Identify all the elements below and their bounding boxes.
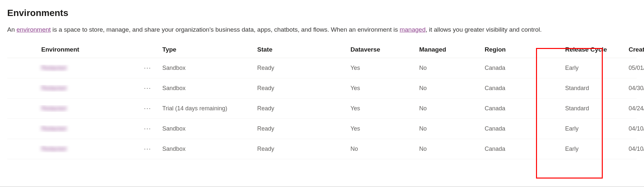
col-header-state[interactable]: State: [257, 46, 350, 53]
cell-managed: No: [419, 65, 485, 71]
bottom-divider: [0, 186, 644, 187]
cell-created-on: 04/10/2024 4:42 PM: [619, 125, 644, 132]
cell-release-cycle: Standard: [553, 85, 619, 92]
environment-link[interactable]: environment: [17, 26, 51, 33]
cell-type: Sandbox: [162, 65, 257, 71]
cell-release-cycle: Early: [553, 146, 619, 152]
environment-name-blurred[interactable]: Redacted: [41, 105, 66, 112]
cell-region: Canada: [485, 125, 553, 132]
cell-managed: No: [419, 125, 485, 132]
cell-region: Canada: [485, 105, 553, 112]
table-header-row: Environment Type State Dataverse Managed…: [7, 46, 637, 58]
col-header-type[interactable]: Type: [162, 46, 257, 53]
col-header-region[interactable]: Region: [485, 46, 553, 53]
cell-state: Ready: [257, 85, 350, 92]
table-row[interactable]: Redacted ··· Sandbox Ready No No Canada …: [7, 139, 637, 159]
cell-release-cycle: Early: [553, 65, 619, 71]
col-header-created-on[interactable]: Created on ↓: [619, 46, 644, 53]
cell-release-cycle: Standard: [553, 105, 619, 112]
cell-type: Sandbox: [162, 125, 257, 132]
row-more-icon[interactable]: ···: [143, 145, 152, 154]
row-more-icon[interactable]: ···: [143, 104, 152, 113]
col-header-release-cycle[interactable]: Release Cycle: [553, 46, 619, 53]
cell-state: Ready: [257, 105, 350, 112]
page-description: An environment is a space to store, mana…: [7, 25, 637, 34]
table-row[interactable]: Redacted ··· Trial (14 days remaining) R…: [7, 99, 637, 119]
cell-dataverse: Yes: [350, 65, 419, 71]
cell-region: Canada: [485, 85, 553, 92]
environment-name-blurred[interactable]: Redacted: [41, 146, 66, 152]
cell-managed: No: [419, 146, 485, 152]
table-row[interactable]: Redacted ··· Sandbox Ready Yes No Canada…: [7, 119, 637, 139]
environment-name-blurred[interactable]: Redacted: [41, 125, 66, 132]
table-row[interactable]: Redacted ··· Sandbox Ready Yes No Canada…: [7, 78, 637, 99]
cell-dataverse: No: [350, 146, 419, 152]
col-header-environment[interactable]: Environment: [35, 46, 133, 53]
cell-created-on: 04/10/2024 4:29 PM: [619, 146, 644, 152]
managed-link[interactable]: managed: [400, 26, 425, 33]
cell-region: Canada: [485, 65, 553, 71]
row-more-icon[interactable]: ···: [143, 84, 152, 93]
cell-state: Ready: [257, 146, 350, 152]
table-row[interactable]: Redacted ··· Sandbox Ready Yes No Canada…: [7, 58, 637, 78]
col-header-managed[interactable]: Managed: [419, 46, 485, 53]
cell-state: Ready: [257, 65, 350, 71]
cell-created-on: 05/01/2024 2:20 PM: [619, 65, 644, 71]
cell-type: Sandbox: [162, 146, 257, 152]
cell-managed: No: [419, 105, 485, 112]
environments-table: Environment Type State Dataverse Managed…: [7, 46, 637, 159]
environment-name-blurred[interactable]: Redacted: [41, 65, 66, 71]
desc-text-mid: is a space to store, manage, and share y…: [51, 26, 400, 33]
environment-name-blurred[interactable]: Redacted: [41, 85, 66, 92]
page-title: Environments: [7, 8, 637, 18]
row-more-icon[interactable]: ···: [143, 124, 152, 133]
cell-release-cycle: Early: [553, 125, 619, 132]
desc-text-pre: An: [7, 26, 17, 33]
cell-region: Canada: [485, 146, 553, 152]
cell-dataverse: Yes: [350, 125, 419, 132]
row-more-icon[interactable]: ···: [143, 64, 152, 73]
desc-text-post: , it allows you greater visibility and c…: [425, 26, 542, 33]
col-header-dataverse[interactable]: Dataverse: [350, 46, 419, 53]
cell-dataverse: Yes: [350, 85, 419, 92]
cell-state: Ready: [257, 125, 350, 132]
cell-created-on: 04/30/2024 1:26 PM: [619, 85, 644, 92]
cell-dataverse: Yes: [350, 105, 419, 112]
cell-created-on: 04/24/2024 2:05 PM: [619, 105, 644, 112]
cell-type: Sandbox: [162, 85, 257, 92]
cell-managed: No: [419, 85, 485, 92]
created-on-label: Created on: [629, 46, 644, 53]
cell-type: Trial (14 days remaining): [162, 105, 257, 112]
